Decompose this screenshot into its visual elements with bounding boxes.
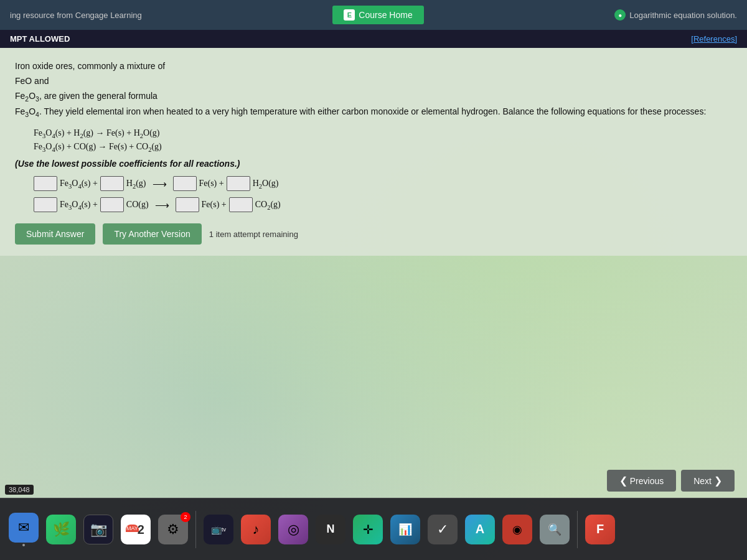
coeff-input-r1-h2[interactable] [100, 176, 124, 191]
dock-camera[interactable]: 📷 [81, 505, 116, 554]
dock-calendar[interactable]: MAY 2 [118, 505, 153, 554]
dock-translate[interactable]: A [463, 505, 497, 554]
course-home-icon: E [344, 9, 355, 21]
next-label: Next [693, 476, 712, 486]
dock-search[interactable]: 🔍 [537, 505, 572, 554]
prompt-bar: MPT ALLOWED [References] [0, 30, 747, 48]
notes-icon: N [316, 515, 345, 544]
music-icon: ♪ [241, 515, 271, 544]
main-content: Iron oxide ores, commonly a mixture of F… [0, 48, 747, 256]
equation-row-2: Fe3O4(s) + CO(g) ⟶ Fe(s) + CO2(g) [34, 197, 732, 212]
mail-icon: ✉ [9, 513, 39, 543]
references-link[interactable]: [References] [691, 34, 737, 44]
intro-line-2: FeO and [15, 74, 732, 89]
check-icon: ✓ [428, 515, 458, 544]
course-home-button[interactable]: E Course Home [332, 6, 423, 24]
top-bar: ing resource from Cengage Learning E Cou… [0, 0, 747, 30]
dock-photos[interactable]: 🌿 [44, 505, 78, 554]
status-circle-icon: ● [614, 9, 626, 21]
dock-target[interactable]: ◉ [500, 505, 535, 554]
try-another-button[interactable]: Try Another Version [103, 223, 201, 245]
translate-icon: A [465, 515, 495, 544]
eq1-prefix: Fe3O4(s) + [60, 179, 98, 190]
dock-separator-1 [195, 511, 196, 548]
intro-line-4: Fe3O4. They yield elemental iron when he… [15, 105, 732, 121]
problem-text: Iron oxide ores, commonly a mixture of F… [15, 59, 732, 121]
dock-settings[interactable]: ⚙ 2 [156, 505, 190, 554]
arrow-1: ⟶ [153, 178, 167, 190]
mail-dot [22, 544, 25, 546]
navigation-footer: ❮ Previous Next ❯ [607, 470, 735, 492]
eq1-h2o: H2O(g) [253, 179, 279, 190]
equations-display: Fe3O4(s) + H2(g) → Fe(s) + H2O(g) Fe3O4(… [34, 128, 732, 153]
settings-icon: ⚙ 2 [158, 515, 188, 544]
dock-podcasts[interactable]: ◎ [276, 505, 311, 554]
coeff-input-r1-fe[interactable] [173, 176, 197, 191]
eq2-fe: Fe(s) + [202, 200, 227, 210]
right-label: Logarithmic equation solution. [629, 11, 737, 20]
search-icon: 🔍 [540, 515, 570, 544]
arrow-2: ⟶ [155, 199, 169, 211]
dock-trash[interactable]: F [583, 505, 618, 554]
eq2-co: CO(g) [126, 200, 149, 210]
input-equations: Fe3O4(s) + H2(g) ⟶ Fe(s) + H2O(g) Fe3O4(… [34, 176, 732, 212]
bottom-left-badge: 38,048 [5, 485, 34, 495]
dock-check[interactable]: ✓ [425, 505, 460, 554]
coeff-input-r2-fe[interactable] [176, 197, 199, 212]
appletv-icon: 📺tv [204, 515, 233, 544]
attempts-text: 1 item attempt remaining [209, 230, 298, 239]
intro-line-3: Fe2O3, are given the general formula [15, 89, 732, 105]
prompt-label: MPT ALLOWED [10, 34, 70, 44]
settings-badge: 2 [181, 512, 190, 522]
coeff-input-r1-h2o[interactable] [227, 176, 250, 191]
submit-answer-button[interactable]: Submit Answer [15, 223, 95, 245]
trash-icon: F [585, 515, 615, 544]
content-area: MPT ALLOWED [References] Iron oxide ores… [0, 30, 747, 256]
photos-icon: 🌿 [46, 515, 76, 544]
instructions: (Use the lowest possible coefficients fo… [15, 159, 732, 169]
intro-line-1: Iron oxide ores, commonly a mixture of [15, 59, 732, 74]
eq1-h2: H2(g) [126, 179, 146, 190]
display-eq2: Fe3O4(s) + CO(g) → Fe(s) + CO2(g) [34, 142, 732, 153]
resource-label: ing resource from Cengage Learning [0, 11, 152, 20]
coeff-input-r2-co2[interactable] [229, 197, 253, 212]
previous-label: Previous [630, 476, 664, 486]
app-icon: ✛ [353, 515, 383, 544]
top-bar-right: ● Logarithmic equation solution. [604, 9, 747, 21]
coeff-input-r2-left[interactable] [34, 197, 57, 212]
previous-chevron-icon: ❮ [619, 475, 627, 487]
dock: ✉ 🌿 📷 MAY 2 ⚙ 2 📺tv ♪ ◎ N ✛ [0, 498, 747, 560]
previous-button[interactable]: ❮ Previous [607, 470, 676, 492]
coeff-input-r2-co[interactable] [100, 197, 124, 212]
podcasts-icon: ◎ [278, 515, 308, 544]
coeff-input-r1-left[interactable] [34, 176, 57, 191]
dock-chart[interactable]: 📊 [388, 505, 423, 554]
target-icon: ◉ [502, 515, 532, 544]
chart-icon: 📊 [390, 515, 420, 544]
dock-mail[interactable]: ✉ [6, 505, 41, 554]
eq2-prefix: Fe3O4(s) + [60, 200, 98, 211]
course-home-label: Course Home [359, 10, 412, 20]
camera-icon: 📷 [83, 515, 113, 544]
display-eq1: Fe3O4(s) + H2(g) → Fe(s) + H2O(g) [34, 128, 732, 139]
next-chevron-icon: ❯ [714, 475, 722, 487]
next-button[interactable]: Next ❯ [681, 470, 735, 492]
dock-appletv[interactable]: 📺tv [201, 505, 236, 554]
dock-notes[interactable]: N [313, 505, 348, 554]
dock-music[interactable]: ♪ [238, 505, 273, 554]
dock-app[interactable]: ✛ [350, 505, 385, 554]
dock-separator-2 [577, 511, 578, 548]
eq1-fe: Fe(s) + [199, 179, 224, 189]
equation-row-1: Fe3O4(s) + H2(g) ⟶ Fe(s) + H2O(g) [34, 176, 732, 191]
eq2-co2: CO2(g) [255, 200, 281, 211]
calendar-icon: MAY 2 [121, 515, 151, 544]
top-bar-center: E Course Home [152, 6, 605, 24]
buttons-row: Submit Answer Try Another Version 1 item… [15, 223, 732, 245]
